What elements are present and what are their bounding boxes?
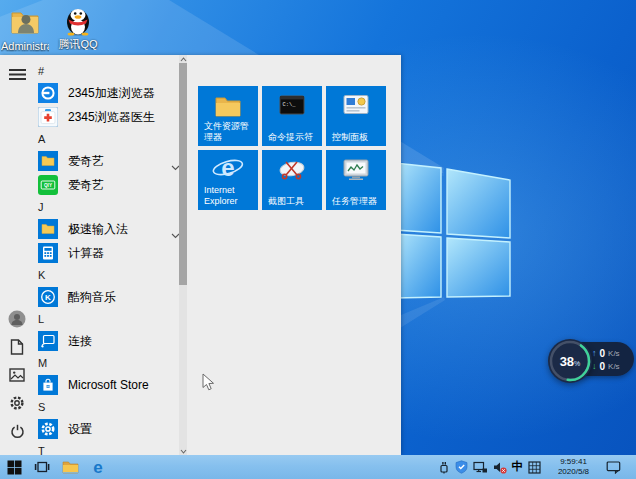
scrollbar-thumb[interactable] — [179, 63, 187, 285]
2345-doctor-icon — [38, 107, 58, 127]
microsoft-store-icon — [38, 375, 58, 395]
app-list-group-jisu-ime[interactable]: 极速输入法 — [38, 217, 180, 241]
app-list-scrollbar[interactable] — [179, 55, 187, 455]
download-speed-unit: K/s — [608, 362, 620, 371]
hamburger-icon — [9, 69, 26, 80]
taskbar-clock[interactable]: 9:59:41 2020/5/8 — [550, 457, 597, 477]
app-list-item-2345doctor[interactable]: 2345浏览器医生 — [38, 105, 180, 129]
app-list-item-calculator[interactable]: 计算器 — [38, 241, 180, 265]
tile-label: 任务管理器 — [332, 196, 383, 206]
desktop-icon-qq[interactable]: 腾讯QQ — [54, 4, 102, 50]
app-label: 设置 — [68, 421, 92, 438]
app-label: 2345加速浏览器 — [68, 85, 155, 102]
usb-tray-icon[interactable] — [438, 460, 450, 474]
tile-label: Internet Explorer — [204, 185, 255, 206]
download-speed-value: 0 — [600, 361, 606, 372]
qq-penguin-icon — [62, 4, 94, 36]
ime-grid-tray-icon[interactable] — [528, 461, 541, 474]
kugou-music-icon: K — [38, 287, 58, 307]
tile-file-explorer[interactable]: 文件资源管理器 — [198, 86, 258, 146]
edge-icon: e — [89, 458, 107, 476]
app-list-item-settings[interactable]: 设置 — [38, 417, 180, 441]
app-folder-icon — [38, 151, 58, 171]
start-menu-expand-button[interactable] — [6, 63, 28, 85]
app-label: Microsoft Store — [68, 378, 149, 392]
tile-control-panel[interactable]: 控制面板 — [326, 86, 386, 146]
scroll-down-arrow[interactable] — [179, 447, 187, 455]
administrator-folder-icon — [9, 6, 41, 38]
svg-text:K: K — [45, 293, 51, 302]
action-center-button[interactable] — [606, 460, 621, 474]
windows-logo-icon — [7, 460, 22, 475]
memory-usage-ball[interactable]: 38% — [548, 339, 592, 383]
user-avatar-icon — [8, 310, 26, 328]
document-icon — [10, 339, 24, 355]
svg-text:C:\_: C:\_ — [283, 102, 297, 108]
system-tray: 中 9:59:41 2020/5/8 — [438, 455, 636, 479]
clock-time: 9:59:41 — [550, 457, 597, 467]
internet-explorer-icon: e — [198, 154, 258, 184]
network-tray-icon[interactable] — [473, 461, 488, 474]
desktop-icon-label: Administra... — [1, 40, 49, 52]
app-list-group-iqiyi[interactable]: 爱奇艺 — [38, 149, 180, 173]
app-list-item-iqiyi[interactable]: QIY 爱奇艺 — [38, 173, 180, 197]
start-button[interactable] — [0, 455, 28, 479]
app-label: 酷狗音乐 — [68, 289, 116, 306]
file-explorer-taskbar-button[interactable] — [56, 455, 84, 479]
tile-label: 命令提示符 — [268, 132, 319, 142]
tile-internet-explorer[interactable]: e Internet Explorer — [198, 150, 258, 210]
app-label: 极速输入法 — [68, 221, 128, 238]
tile-snipping-tool[interactable]: 截图工具 — [262, 150, 322, 210]
control-panel-icon — [326, 94, 386, 116]
section-header[interactable]: J — [38, 197, 180, 217]
app-list-item-microsoft-store[interactable]: Microsoft Store — [38, 373, 180, 397]
section-header[interactable]: K — [38, 265, 180, 285]
app-list-item-connect[interactable]: 连接 — [38, 329, 180, 353]
desktop-icon-administrator[interactable]: Administra... — [1, 6, 49, 52]
volume-muted-tray-icon[interactable] — [493, 461, 507, 474]
snipping-tool-icon — [262, 158, 322, 182]
power-button[interactable] — [6, 420, 28, 442]
task-view-button[interactable] — [28, 455, 56, 479]
app-list-item-kugou[interactable]: K 酷狗音乐 — [38, 285, 180, 309]
tile-label: 截图工具 — [268, 196, 319, 206]
task-view-icon — [34, 460, 50, 474]
svg-text:QIY: QIY — [44, 183, 52, 188]
settings-button[interactable] — [6, 392, 28, 414]
tile-command-prompt[interactable]: C:\_ 命令提示符 — [262, 86, 322, 146]
pictures-button[interactable] — [6, 364, 28, 386]
desktop-icon-label: 腾讯QQ — [54, 38, 102, 50]
app-label: 连接 — [68, 333, 92, 350]
pictures-icon — [9, 368, 25, 382]
user-account-button[interactable] — [6, 308, 28, 330]
scroll-up-arrow[interactable] — [179, 55, 187, 63]
usage-percent: 38% — [560, 354, 581, 369]
calculator-icon — [38, 243, 58, 263]
ime-language-indicator[interactable]: 中 — [512, 461, 524, 473]
documents-button[interactable] — [6, 336, 28, 358]
tile-task-manager[interactable]: 任务管理器 — [326, 150, 386, 210]
mouse-cursor — [202, 373, 215, 391]
app-list: # 2345加速浏览器 2345浏览器医生 A 爱奇艺 QIY — [38, 61, 180, 461]
svg-text:e: e — [93, 458, 102, 476]
upload-arrow-icon: ↑ — [592, 349, 597, 358]
app-label: 爱奇艺 — [68, 177, 104, 194]
app-label: 2345浏览器医生 — [68, 109, 155, 126]
settings-app-icon — [38, 419, 58, 439]
file-explorer-icon — [198, 94, 258, 118]
gear-icon — [9, 395, 25, 411]
section-header[interactable]: M — [38, 353, 180, 373]
section-header[interactable]: S — [38, 397, 180, 417]
app-list-item-2345browser[interactable]: 2345加速浏览器 — [38, 81, 180, 105]
section-header[interactable]: L — [38, 309, 180, 329]
start-tiles: 文件资源管理器 C:\_ 命令提示符 控制面板 e Internet Explo… — [198, 86, 386, 210]
edge-taskbar-button[interactable]: e — [84, 455, 112, 479]
task-manager-icon — [326, 158, 386, 182]
section-header[interactable]: A — [38, 129, 180, 149]
section-header[interactable]: # — [38, 61, 180, 81]
folder-icon — [62, 460, 79, 474]
command-prompt-icon: C:\_ — [262, 94, 322, 116]
security-shield-tray-icon[interactable] — [455, 460, 468, 474]
download-speed-row: ↓ 0 K/s — [592, 360, 620, 372]
connect-icon — [38, 331, 58, 351]
